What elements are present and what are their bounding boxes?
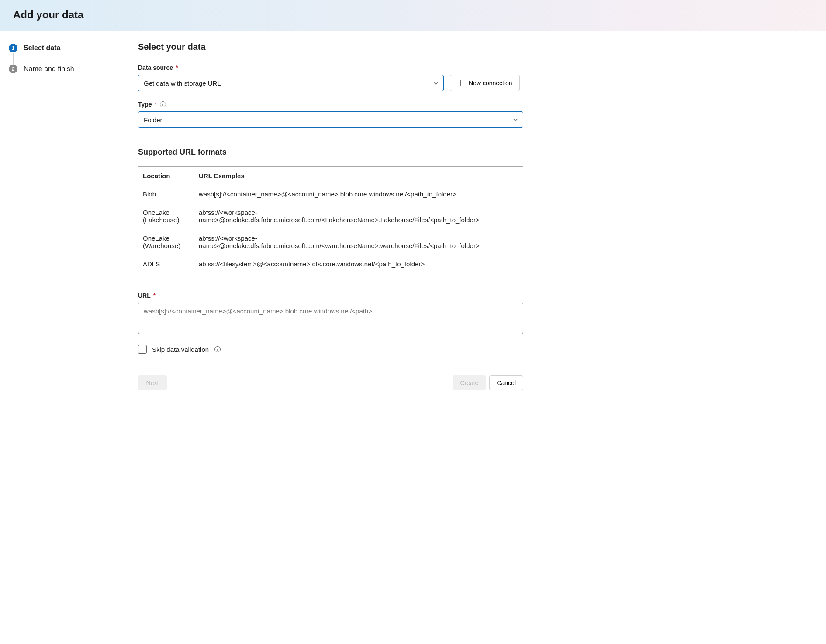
step-badge: 2 xyxy=(9,65,17,73)
formats-heading: Supported URL formats xyxy=(138,148,523,157)
required-asterisk: * xyxy=(176,64,178,71)
url-label: URL * xyxy=(138,292,523,299)
new-connection-button[interactable]: New connection xyxy=(450,75,520,91)
url-formats-table: Location URL Examples Blob wasb[s]://<co… xyxy=(138,166,523,273)
next-button: Next xyxy=(138,375,167,390)
table-row: OneLake (Warehouse) abfss://<workspace-n… xyxy=(138,229,523,255)
skip-validation-checkbox[interactable] xyxy=(138,345,147,354)
table-row: Blob wasb[s]://<container_name>@<account… xyxy=(138,185,523,203)
cell-location: Blob xyxy=(138,185,194,203)
select-value: Get data with storage URL xyxy=(144,79,221,87)
field-type: Type * Folder xyxy=(138,101,523,128)
skip-validation-row: Skip data validation xyxy=(138,345,523,354)
button-label: New connection xyxy=(469,79,512,86)
wizard-title: Add your data xyxy=(13,9,813,21)
table-row: OneLake (Lakehouse) abfss://<workspace-n… xyxy=(138,203,523,229)
cell-location: ADLS xyxy=(138,255,194,273)
field-data-source: Data source * Get data with storage URL … xyxy=(138,64,523,91)
step-badge: 1 xyxy=(9,44,17,52)
type-label: Type * xyxy=(138,101,523,108)
required-asterisk: * xyxy=(153,292,156,299)
data-source-select[interactable]: Get data with storage URL xyxy=(138,75,444,91)
cell-location: OneLake (Warehouse) xyxy=(138,229,194,255)
info-icon[interactable] xyxy=(214,346,221,353)
label-text: URL xyxy=(138,292,151,299)
step-name-and-finish[interactable]: 2 Name and finish xyxy=(9,65,120,73)
main-panel: Select your data Data source * Get data … xyxy=(129,31,536,417)
label-text: Type xyxy=(138,101,152,108)
col-location: Location xyxy=(138,167,194,185)
cell-example: wasb[s]://<container_name>@<account_name… xyxy=(194,185,523,203)
required-asterisk: * xyxy=(155,101,157,108)
col-url-examples: URL Examples xyxy=(194,167,523,185)
field-url: URL * xyxy=(138,292,523,335)
label-text: Data source xyxy=(138,64,173,71)
type-select[interactable]: Folder xyxy=(138,111,523,128)
divider xyxy=(138,138,523,138)
table-header-row: Location URL Examples xyxy=(138,167,523,185)
table-row: ADLS abfss://<filesystem>@<accountname>.… xyxy=(138,255,523,273)
cell-location: OneLake (Lakehouse) xyxy=(138,203,194,229)
data-source-label: Data source * xyxy=(138,64,523,71)
cell-example: abfss://<workspace-name>@onelake.dfs.fab… xyxy=(194,203,523,229)
select-value: Folder xyxy=(144,116,162,124)
info-icon[interactable] xyxy=(159,101,166,108)
wizard-header: Add your data xyxy=(0,0,826,31)
url-input[interactable] xyxy=(138,303,523,334)
step-select-data[interactable]: 1 Select data xyxy=(9,44,120,52)
panel-heading: Select your data xyxy=(138,42,523,52)
step-label: Name and finish xyxy=(24,65,74,73)
cell-example: abfss://<workspace-name>@onelake.dfs.fab… xyxy=(194,229,523,255)
wizard-footer: Next Create Cancel xyxy=(138,375,523,390)
divider xyxy=(138,282,523,282)
create-button: Create xyxy=(453,375,486,390)
chevron-down-icon xyxy=(512,117,518,123)
wizard-steps-sidebar: 1 Select data 2 Name and finish xyxy=(0,31,129,417)
content-wrap: 1 Select data 2 Name and finish Select y… xyxy=(0,31,826,417)
step-label: Select data xyxy=(24,44,60,52)
chevron-down-icon xyxy=(433,80,439,86)
cell-example: abfss://<filesystem>@<accountname>.dfs.c… xyxy=(194,255,523,273)
cancel-button[interactable]: Cancel xyxy=(489,375,523,390)
skip-validation-label: Skip data validation xyxy=(152,346,209,353)
plus-icon xyxy=(457,79,464,86)
